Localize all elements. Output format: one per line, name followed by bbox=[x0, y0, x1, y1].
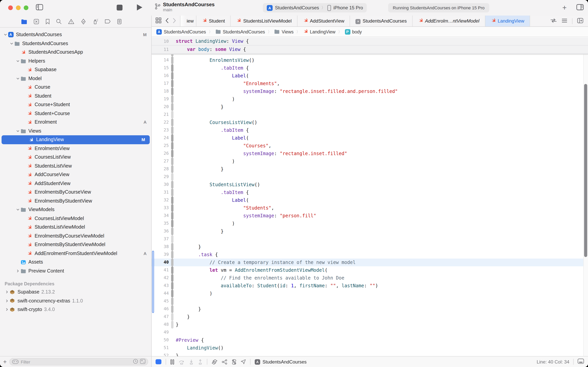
code-line-38[interactable]: 38 } bbox=[152, 243, 588, 251]
code-line-22[interactable]: 22 CoursesListView() bbox=[152, 119, 588, 126]
code-line-33[interactable]: 33 "Students", bbox=[152, 204, 588, 212]
code-line-24[interactable]: 24 Label( bbox=[152, 134, 588, 142]
source-editor[interactable]: 1314 EnrolmentsView()15 .tabItem {16 Lab… bbox=[152, 37, 588, 356]
code-line-50[interactable]: 50#Preview { bbox=[152, 336, 588, 344]
zoom-button[interactable] bbox=[24, 5, 28, 10]
code-line-17[interactable]: 17 "Enrolments", bbox=[152, 80, 588, 87]
tree-item-helpers[interactable]: Helpers bbox=[0, 57, 151, 65]
tree-item-views[interactable]: Views bbox=[0, 126, 151, 135]
sticky-line-10[interactable]: 10struct LandingView: View { bbox=[152, 37, 588, 45]
scheme-project-label[interactable]: StudentsAndCourses bbox=[275, 5, 319, 10]
scheme-selector[interactable]: A StudentsAndCourses 〉 iPhone 15 Pro bbox=[263, 3, 367, 12]
toggle-left-sidebar-icon[interactable] bbox=[36, 4, 43, 12]
code-line-46[interactable]: 46 } bbox=[152, 305, 588, 313]
code-line-48[interactable]: 48} bbox=[152, 321, 588, 328]
go-forward-icon[interactable] bbox=[173, 18, 176, 24]
tree-item-addstudentview[interactable]: AddStudentView bbox=[0, 179, 151, 188]
tree-item-course-student[interactable]: Course+Student bbox=[0, 100, 151, 109]
package-item-swift-concurrency-extras[interactable]: swift-concurrency-extras1.1.0 bbox=[0, 296, 151, 305]
code-line-18[interactable]: 18 systemImage: "rectangle.inset.filled.… bbox=[152, 87, 588, 95]
tree-item-enrolmentsview[interactable]: EnrolmentsView bbox=[0, 144, 151, 153]
code-line-14[interactable]: 14 EnrolmentsView() bbox=[152, 56, 588, 64]
run-destination-label[interactable]: iPhone 15 Pro bbox=[334, 5, 363, 10]
tree-item-student-course[interactable]: Student+Course bbox=[0, 109, 151, 118]
tree-item-course[interactable]: Course bbox=[0, 83, 151, 92]
code-line-52[interactable]: 52} bbox=[152, 352, 588, 356]
breakpoints-navigator-icon[interactable] bbox=[105, 19, 111, 24]
code-line-36[interactable]: 36 } bbox=[152, 227, 588, 235]
recent-files-icon[interactable] bbox=[133, 358, 138, 365]
add-editor-icon[interactable] bbox=[577, 18, 583, 24]
toggle-right-sidebar-icon[interactable] bbox=[576, 4, 584, 12]
editor-scrollbar[interactable] bbox=[583, 37, 588, 356]
tree-item-enrolmentsbycourseview[interactable]: EnrolmentsByCourseView bbox=[0, 188, 151, 197]
related-items-icon[interactable] bbox=[156, 17, 161, 25]
tree-item-student[interactable]: Student bbox=[0, 92, 151, 100]
disclosure-chevron[interactable] bbox=[16, 77, 20, 80]
package-item-supabase[interactable]: Supabase2.13.2 bbox=[0, 288, 151, 296]
tree-item-viewmodels[interactable]: ViewModels bbox=[0, 205, 151, 214]
code-line-40[interactable]: 40 // Create a temporary instance of the… bbox=[152, 259, 588, 266]
tree-item-studentsandcoursesapp[interactable]: StudentsAndCoursesApp bbox=[0, 48, 151, 57]
code-line-31[interactable]: 31 .tabItem { bbox=[152, 189, 588, 196]
reports-navigator-icon[interactable] bbox=[117, 18, 122, 24]
disclosure-chevron[interactable] bbox=[9, 42, 14, 45]
tree-item-supabase[interactable]: Supabase bbox=[0, 65, 151, 74]
editor-only-layout-icon[interactable] bbox=[578, 359, 584, 365]
code-line-43[interactable]: 43 availableTo: Student(id: 1, firstName… bbox=[152, 282, 588, 290]
find-navigator-icon[interactable] bbox=[56, 18, 62, 24]
code-line-23[interactable]: 23 .tabItem { bbox=[152, 126, 588, 134]
code-line-44[interactable]: 44 ) bbox=[152, 290, 588, 297]
source-control-navigator-icon[interactable] bbox=[34, 18, 39, 24]
stop-button[interactable] bbox=[117, 5, 123, 10]
code-line-16[interactable]: 16 Label( bbox=[152, 72, 588, 80]
tree-item-courseslistviewmodel[interactable]: CoursesListViewModel bbox=[0, 214, 151, 223]
code-line-32[interactable]: 32 Label( bbox=[152, 196, 588, 204]
editor-tab-studentsandcourses[interactable]: ✕StudentsAndCourses bbox=[350, 16, 413, 26]
tree-item-enrolmentsbystudentviewmodel[interactable]: EnrolmentsByStudentViewModel bbox=[0, 240, 151, 249]
disclosure-chevron[interactable] bbox=[3, 34, 7, 36]
source-control-filter-icon[interactable] bbox=[140, 358, 145, 365]
issues-navigator-icon[interactable] bbox=[68, 19, 74, 24]
code-review-icon[interactable] bbox=[550, 18, 557, 24]
code-line-45[interactable]: 45 bbox=[152, 297, 588, 305]
simulate-location-icon[interactable] bbox=[241, 359, 246, 364]
code-line-20[interactable]: 20 } bbox=[152, 103, 588, 111]
add-file-button[interactable]: + bbox=[3, 358, 7, 365]
bookmarks-navigator-icon[interactable] bbox=[45, 18, 50, 24]
tree-item-studentsandcourses[interactable]: StudentsAndCourses bbox=[0, 39, 151, 48]
breadcrumb-item-body[interactable]: Pbody bbox=[345, 29, 362, 34]
debug-navigator-icon[interactable] bbox=[92, 18, 98, 24]
disclosure-chevron[interactable] bbox=[5, 299, 9, 302]
code-line-42[interactable]: 42 // Find the enrolments available to J… bbox=[152, 274, 588, 282]
code-line-39[interactable]: 39 .task { bbox=[152, 251, 588, 259]
tree-item-addenrolmentfromstudentviewmodel[interactable]: AddEnrolmentFromStudentViewModelA bbox=[0, 249, 151, 258]
close-button[interactable] bbox=[8, 5, 13, 10]
code-line-35[interactable]: 35 ) bbox=[152, 220, 588, 227]
code-line-21[interactable]: 21 bbox=[152, 111, 588, 119]
breadcrumb-item-landingview[interactable]: LandingView bbox=[303, 29, 336, 35]
code-line-19[interactable]: 19 ) bbox=[152, 95, 588, 103]
tree-item-studentslistviewmodel[interactable]: StudentsListViewModel bbox=[0, 223, 151, 232]
tree-item-courseslistview[interactable]: CoursesListView bbox=[0, 153, 151, 162]
code-line-28[interactable]: 28 } bbox=[152, 165, 588, 173]
code-line-37[interactable]: 37 bbox=[152, 235, 588, 243]
tests-navigator-icon[interactable] bbox=[81, 18, 86, 24]
code-line-34[interactable]: 34 systemImage: "person.fill" bbox=[152, 212, 588, 220]
code-line-41[interactable]: 41 let vm = AddEnrolmentFromStudentViewM… bbox=[152, 266, 588, 274]
code-line-49[interactable]: 49 bbox=[152, 328, 588, 336]
filter-menu-icon[interactable] bbox=[12, 358, 19, 365]
tree-item-addcourseview[interactable]: AddCourseView bbox=[0, 170, 151, 179]
code-line-27[interactable]: 27 ) bbox=[152, 158, 588, 165]
minimize-button[interactable] bbox=[16, 5, 21, 10]
tree-item-assets[interactable]: Assets bbox=[0, 258, 151, 267]
disclosure-chevron[interactable] bbox=[16, 60, 20, 62]
code-line-51[interactable]: 51 LandingView() bbox=[152, 344, 588, 352]
code-line-29[interactable]: 29 bbox=[152, 173, 588, 181]
code-line-25[interactable]: 25 "Courses", bbox=[152, 142, 588, 150]
running-app-chip[interactable]: A StudentsAndCourses bbox=[255, 359, 307, 365]
adjust-editor-options-icon[interactable] bbox=[562, 18, 567, 24]
package-item-swift-crypto[interactable]: swift-crypto3.4.0 bbox=[0, 305, 151, 314]
add-tab-button[interactable]: + bbox=[562, 3, 567, 12]
code-line-15[interactable]: 15 .tabItem { bbox=[152, 64, 588, 72]
